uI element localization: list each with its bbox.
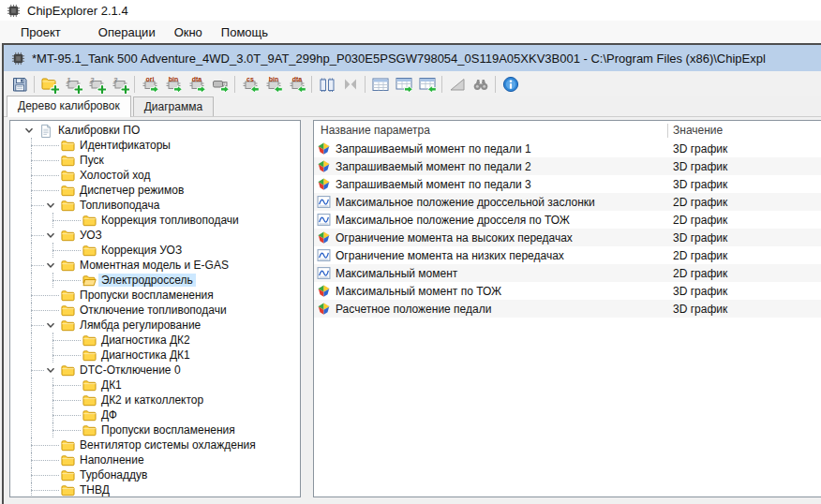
folder-icon	[61, 468, 75, 482]
table-row[interactable]: Запрашиваемый момент по педали 33D графи…	[314, 175, 821, 193]
table-row[interactable]: Максимальный момент2D график	[314, 264, 821, 282]
import-dta-button[interactable]: dta	[285, 73, 308, 95]
chevron-down-icon[interactable]	[44, 199, 57, 212]
import-cs-button[interactable]: cs	[238, 73, 261, 95]
tree-item[interactable]: ТНВД	[10, 482, 300, 497]
add-project-button[interactable]	[37, 73, 61, 95]
add-chip-1-button[interactable]: 1	[61, 73, 84, 95]
tab-calibration-tree[interactable]: Дерево калибровок	[7, 96, 131, 117]
2d-graph-icon	[317, 195, 331, 209]
tree-item[interactable]: Холостой ход	[10, 168, 300, 183]
chip-import-icon: bin	[264, 75, 283, 94]
tree-item[interactable]: Пуск	[10, 153, 300, 168]
table-row[interactable]: Ограничение момента на низких передачах2…	[314, 246, 821, 264]
param-name: Ограничение момента на низких передачах	[336, 249, 564, 262]
table-row[interactable]: Ограничение момента на высоких передачах…	[314, 229, 821, 246]
add-chip-2-button[interactable]: 2	[84, 73, 108, 95]
tree-item[interactable]: Калибровки ПО	[10, 123, 300, 138]
3d-map-icon	[317, 302, 331, 316]
export-dta-button[interactable]: dta	[185, 73, 208, 95]
export-bin-button[interactable]: bin	[161, 73, 185, 95]
tree-item[interactable]: Пропуски воспламенения	[10, 288, 300, 303]
add-chip-3-button[interactable]: 3	[108, 73, 131, 95]
param-name: Запрашиваемый момент по педали 3	[336, 178, 531, 191]
svg-text:1: 1	[67, 75, 71, 83]
tree-item[interactable]: Диспетчер режимов	[10, 183, 300, 198]
tree-guide-line	[31, 408, 32, 422]
tree-item[interactable]: ДК2 и катколлектор	[10, 393, 300, 408]
document-titlebar[interactable]: *MT-95.1_Tank 500 Adventure_4WD_3.0T_9AT…	[4, 45, 821, 71]
table-row[interactable]: Запрашиваемый момент по педали 23D графи…	[314, 157, 821, 175]
tree-item[interactable]: ДК1	[10, 378, 300, 393]
tree-item[interactable]: УОЗ	[10, 228, 300, 243]
tree-item-label: ДК1	[98, 378, 125, 392]
table-row[interactable]: Максимальное положение дросселя по ТОЖ2D…	[314, 211, 821, 229]
tree-item[interactable]: Коррекция УОЗ	[10, 243, 300, 258]
tree-item[interactable]: Топливоподача	[10, 198, 300, 213]
tree-item-label: Калибровки ПО	[55, 124, 142, 137]
chevron-down-icon[interactable]	[44, 259, 57, 272]
import-bin-button[interactable]: bin	[261, 73, 285, 95]
tree-guide-line	[52, 340, 81, 341]
tree-item[interactable]: Отключение топливоподачи	[10, 303, 300, 318]
param-value-cell: 3D график	[668, 303, 727, 316]
table-header: Название параметра Значение	[314, 121, 821, 140]
table-row[interactable]: Максимальное положение дроссельной засло…	[314, 193, 821, 211]
toolbar-separator	[134, 76, 135, 93]
menu-item[interactable]: Операции	[89, 23, 165, 41]
svg-text:dta: dta	[291, 75, 302, 82]
tree-item-label: Турбонаддув	[77, 468, 150, 482]
tree-item[interactable]: Пропуски воспламенения	[10, 422, 300, 437]
menu-item[interactable]: Окно	[165, 23, 212, 41]
chip-export-icon: dta	[187, 75, 206, 94]
table-import-button[interactable]	[415, 73, 439, 95]
chip-icon	[7, 4, 21, 18]
chevron-down-icon[interactable]	[22, 124, 36, 137]
tree-guide-line	[31, 213, 32, 228]
compare-chips-icon	[318, 75, 336, 94]
table-button[interactable]	[368, 73, 392, 95]
tree-item[interactable]: Турбонаддув	[10, 467, 300, 482]
param-name-cell: Запрашиваемый момент по педали 2	[314, 159, 668, 173]
usb-export-icon	[211, 75, 230, 94]
table-export-button[interactable]	[392, 73, 415, 95]
measure-button	[445, 73, 469, 95]
param-name-cell: Ограничение момента на низких передачах	[314, 248, 668, 262]
tree-guide-line	[31, 205, 44, 206]
chevron-down-icon[interactable]	[44, 319, 57, 332]
tree-item[interactable]: Наполнение	[10, 452, 300, 467]
table-row[interactable]: Запрашиваемый момент по педали 13D графи…	[314, 140, 821, 157]
param-value-cell: 2D график	[668, 249, 727, 262]
tree-item-label: Отключение топливоподачи	[77, 304, 230, 317]
compare-chips-button[interactable]	[315, 73, 338, 95]
document-icon	[39, 124, 53, 137]
tree-item[interactable]: Лямбда регулирование	[10, 318, 300, 333]
tree-item[interactable]: Моментная модель и E-GAS	[10, 258, 300, 273]
tree-item[interactable]: Коррекция топливоподачи	[10, 213, 300, 228]
export-usb-button[interactable]	[208, 73, 231, 95]
save-button[interactable]	[7, 73, 31, 95]
folder-icon	[82, 214, 97, 227]
menu-item[interactable]: Помощь	[212, 23, 277, 41]
folder-icon	[82, 334, 97, 347]
tree-item[interactable]: Диагностика ДК2	[10, 333, 300, 348]
tree-guide-line	[31, 235, 44, 236]
param-name-cell: Запрашиваемый момент по педали 1	[314, 141, 668, 156]
info-button[interactable]	[499, 73, 522, 95]
chevron-down-icon[interactable]	[44, 363, 57, 377]
tree-item[interactable]: ДФ	[10, 408, 300, 422]
tree-item[interactable]: Вентилятор системы охлаждения	[10, 437, 300, 452]
tree-guide-line	[31, 325, 44, 326]
folder-icon	[61, 304, 75, 317]
tab-diagram[interactable]: Диаграмма	[133, 96, 214, 116]
menu-item[interactable]: Проект	[11, 23, 70, 41]
tree-item[interactable]: Идентификаторы	[10, 138, 300, 153]
tree-item[interactable]: DTC-Отключение 0	[10, 363, 300, 378]
table-row[interactable]: Расчетное положение педали3D график	[314, 300, 821, 318]
chevron-down-icon[interactable]	[44, 229, 57, 242]
export-ori-button[interactable]: ori	[138, 73, 161, 95]
table-row[interactable]: Максимальный момент по ТОЖ3D график	[314, 282, 821, 300]
tree-item[interactable]: Диагностика ДК1	[10, 348, 300, 363]
tree-item[interactable]: Электродроссель	[10, 273, 300, 288]
tab-strip: Дерево калибровокДиаграмма	[4, 96, 821, 117]
